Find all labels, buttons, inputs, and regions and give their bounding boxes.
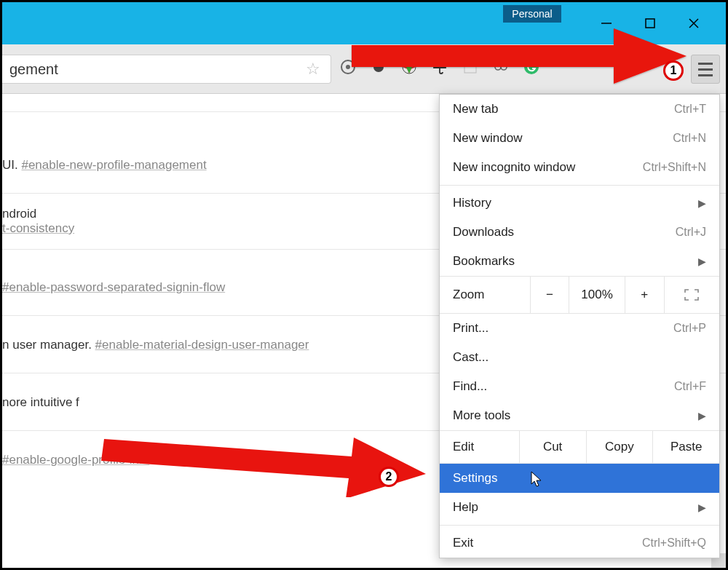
extension-grammarly-icon[interactable]	[522, 58, 541, 76]
submenu-arrow-icon: ▶	[698, 410, 706, 421]
flag-anchor[interactable]: #enable-google-profile-info	[2, 453, 149, 467]
menu-new-window[interactable]: New windowCtrl+N	[440, 124, 719, 153]
toolbar: ☆	[2, 44, 726, 94]
profile-tag[interactable]: Personal	[503, 5, 561, 23]
menu-cast[interactable]: Cast...	[440, 343, 719, 372]
svg-point-10	[524, 60, 539, 74]
flag-anchor[interactable]: #enable-material-design-user-manager	[95, 338, 309, 352]
window-minimize-button[interactable]	[585, 12, 628, 34]
flag-anchor[interactable]: #enable-password-separated-signin-flow	[2, 280, 225, 294]
menu-print[interactable]: Print...Ctrl+P	[440, 314, 719, 343]
fullscreen-icon	[684, 289, 699, 301]
zoom-out-button[interactable]: −	[530, 277, 569, 313]
chrome-menu: New tabCtrl+T New windowCtrl+N New incog…	[439, 94, 720, 558]
submenu-arrow-icon: ▶	[698, 502, 706, 513]
menu-new-tab[interactable]: New tabCtrl+T	[440, 95, 719, 124]
bookmark-star-icon[interactable]: ☆	[301, 60, 325, 79]
annotation-badge-1: 1	[663, 60, 684, 81]
flag-anchor[interactable]: t-consistency	[2, 221, 74, 235]
edit-cut-button[interactable]: Cut	[519, 431, 586, 463]
submenu-arrow-icon: ▶	[698, 197, 706, 209]
extension-aperture-icon[interactable]	[400, 58, 419, 76]
edit-paste-button[interactable]: Paste	[652, 431, 719, 463]
svg-point-5	[346, 65, 350, 69]
omnibox[interactable]: ☆	[2, 55, 331, 84]
edit-copy-button[interactable]: Copy	[586, 431, 653, 463]
zoom-percent: 100%	[569, 277, 624, 313]
omnibox-input[interactable]	[9, 61, 301, 78]
svg-rect-1	[646, 19, 654, 28]
zoom-label: Zoom	[440, 277, 530, 313]
menu-bookmarks[interactable]: Bookmarks▶	[440, 247, 719, 276]
menu-downloads[interactable]: DownloadsCtrl+J	[440, 218, 719, 247]
svg-point-8	[495, 64, 501, 70]
menu-more-tools[interactable]: More tools▶	[440, 401, 719, 430]
extension-hidden1-icon[interactable]	[553, 58, 571, 76]
browser-window: { "titlebar": { "profile_tag": "Personal…	[0, 0, 728, 570]
svg-point-9	[501, 64, 507, 70]
menu-find[interactable]: Find...Ctrl+F	[440, 372, 719, 401]
flag-anchor[interactable]: #enable-new-profile-management	[21, 158, 206, 172]
extension-goggles-icon[interactable]	[491, 58, 510, 76]
zoom-in-button[interactable]: +	[625, 277, 664, 313]
extension-hidden2-icon[interactable]	[583, 58, 602, 76]
window-maximize-button[interactable]	[628, 12, 672, 34]
menu-edit-row: Edit Cut Copy Paste	[440, 430, 719, 464]
extension-icons	[339, 58, 602, 76]
window-close-button[interactable]	[672, 12, 716, 34]
titlebar: Personal	[2, 2, 726, 44]
annotation-badge-2: 2	[379, 467, 399, 487]
fullscreen-button[interactable]	[664, 277, 719, 313]
menu-exit[interactable]: ExitCtrl+Shift+Q	[440, 529, 719, 558]
svg-rect-7	[464, 61, 476, 73]
extension-onetab-icon[interactable]	[339, 58, 357, 76]
edit-label: Edit	[440, 431, 519, 463]
extension-blank-icon[interactable]	[461, 58, 480, 76]
cursor-icon	[531, 471, 544, 488]
extension-pocket-icon[interactable]	[369, 58, 388, 76]
menu-settings[interactable]: Settings	[440, 464, 719, 493]
submenu-arrow-icon: ▶	[698, 256, 706, 267]
menu-zoom-row: Zoom − 100% +	[440, 276, 719, 314]
chrome-menu-button[interactable]	[691, 55, 720, 84]
menu-new-incognito[interactable]: New incognito windowCtrl+Shift+N	[440, 153, 719, 182]
extension-umbrella-icon[interactable]	[430, 58, 449, 76]
menu-history[interactable]: History▶	[440, 189, 719, 218]
menu-help[interactable]: Help▶	[440, 493, 719, 522]
